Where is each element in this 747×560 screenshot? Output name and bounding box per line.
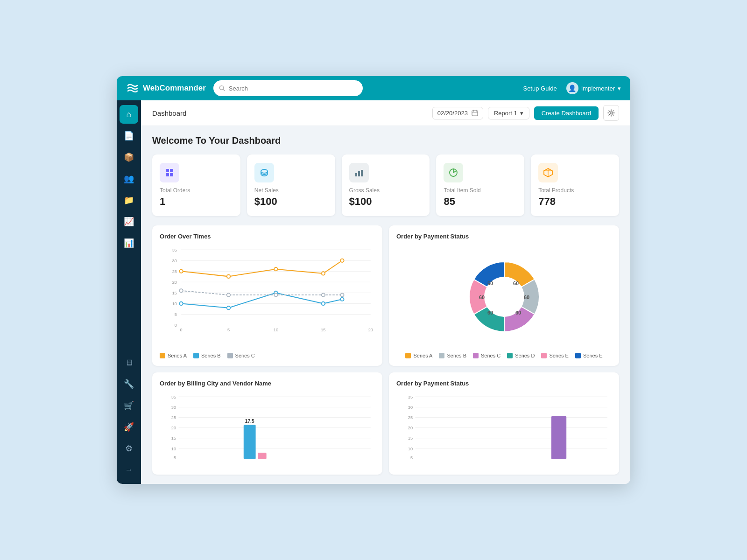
chevron-down-icon: ▾: [520, 110, 523, 117]
main-layout: ⌂ 📄 📦 👥 📁 📈 📊 🖥 🔧 🛒 🚀 ⚙ → Dashboard 02/2…: [117, 100, 630, 484]
sidebar-item-tools[interactable]: 🔧: [120, 375, 138, 393]
svg-text:0: 0: [175, 323, 177, 328]
svg-rect-74: [258, 453, 266, 459]
dashboard-title: Dashboard: [152, 109, 186, 117]
itemsold-label: Total Item Sold: [444, 187, 517, 194]
svg-rect-13: [358, 171, 360, 176]
svg-point-51: [340, 293, 344, 296]
sidebar-item-rocket[interactable]: 🚀: [120, 418, 138, 436]
top-nav: WebCommander Setup Guide 👤 Implementer ▾: [117, 76, 630, 100]
d-b-dot: [439, 353, 444, 358]
search-icon: [219, 85, 225, 91]
svg-point-39: [274, 267, 277, 271]
series-c-label: Series C: [235, 353, 255, 358]
d-c-label: Series C: [481, 353, 500, 358]
series-b-label: Series B: [201, 353, 221, 358]
legend-d-e1: Series E: [541, 353, 569, 358]
sidebar-item-folder[interactable]: 📁: [120, 191, 138, 210]
donut-chart-svg: 60 60 60 60 60 60: [444, 245, 565, 348]
svg-point-46: [340, 298, 344, 301]
svg-text:5: 5: [174, 455, 176, 460]
gear-icon: [607, 109, 615, 117]
logo-icon: [126, 82, 139, 95]
svg-rect-72: [244, 425, 256, 459]
d-a-label: Series A: [413, 353, 432, 358]
svg-text:20: 20: [172, 280, 177, 285]
svg-point-50: [322, 293, 325, 296]
sidebar-item-monitor[interactable]: 🖥: [120, 353, 138, 372]
sidebar-item-cart[interactable]: 🛒: [120, 396, 138, 415]
svg-rect-7: [166, 169, 169, 172]
sidebar-item-bar[interactable]: 📊: [120, 234, 138, 252]
svg-text:25: 25: [408, 415, 413, 420]
svg-text:30: 30: [172, 259, 177, 263]
search-bar[interactable]: [213, 80, 363, 96]
app-window: WebCommander Setup Guide 👤 Implementer ▾…: [117, 76, 630, 484]
donut-chart-legend: Series A Series B Series C: [396, 353, 612, 358]
svg-text:10: 10: [274, 328, 278, 331]
sidebar-item-settings[interactable]: ⚙: [120, 439, 138, 458]
user-name: Implementer: [581, 85, 615, 92]
svg-text:5: 5: [227, 328, 230, 331]
report-select[interactable]: Report 1 ▾: [488, 107, 529, 119]
sidebar-item-home[interactable]: ⌂: [120, 105, 138, 124]
stat-card-grosssales: Gross Sales $100: [342, 154, 430, 216]
svg-text:0: 0: [180, 328, 183, 331]
user-avatar: 👤: [566, 82, 578, 94]
legend-d-d: Series D: [507, 353, 535, 358]
date-picker[interactable]: 02/20/2023: [432, 107, 483, 119]
stat-card-orders: Total Orders 1: [152, 154, 240, 216]
logo-area: WebCommander: [126, 82, 206, 95]
line-chart-legend: Series A Series B Series C: [160, 353, 375, 358]
sidebar-item-box[interactable]: 📦: [120, 148, 138, 167]
svg-text:60: 60: [515, 310, 521, 315]
svg-rect-2: [472, 111, 478, 116]
svg-text:15: 15: [172, 291, 177, 295]
itemsold-value: 85: [444, 196, 517, 208]
products-value: 778: [538, 196, 612, 208]
grosssales-label: Gross Sales: [349, 187, 423, 194]
d-d-label: Series D: [515, 353, 535, 358]
bar-chart1-card: Order by Billing City and Vendor Name 35…: [152, 372, 382, 475]
svg-text:35: 35: [172, 248, 177, 252]
stat-card-netsales: Net Sales $100: [247, 154, 335, 216]
svg-point-42: [179, 302, 183, 305]
line-chart-card: Order Over Times: [152, 225, 382, 366]
svg-text:35: 35: [408, 395, 413, 399]
svg-text:20: 20: [368, 328, 373, 331]
svg-point-48: [227, 293, 230, 296]
line-chart-svg: 35 30 25 20 15 10 5 0 0 5: [160, 245, 375, 331]
date-value: 02/20/2023: [437, 110, 468, 117]
donut-chart-card: Order by Payment Status: [389, 225, 619, 366]
svg-point-38: [227, 275, 230, 278]
sidebar-item-analytics[interactable]: 📈: [120, 212, 138, 231]
sidebar-collapse-button[interactable]: →: [120, 461, 138, 479]
svg-text:5: 5: [410, 455, 413, 460]
svg-text:60: 60: [487, 310, 493, 315]
products-icon: [538, 163, 558, 182]
svg-text:60: 60: [513, 280, 518, 286]
svg-point-41: [340, 259, 344, 262]
donut-chart-title: Order by Payment Status: [396, 233, 612, 240]
series-a-label: Series A: [168, 353, 187, 358]
line-chart-title: Order Over Times: [160, 233, 375, 240]
d-d-dot: [507, 353, 513, 358]
setup-guide-link[interactable]: Setup Guide: [523, 85, 557, 92]
sidebar-item-group[interactable]: 👥: [120, 169, 138, 188]
bar-chart1-area: 35 30 25 20 15 10 5: [160, 392, 375, 467]
sidebar-item-page[interactable]: 📄: [120, 126, 138, 145]
settings-button[interactable]: [603, 105, 619, 121]
svg-point-47: [179, 289, 183, 292]
svg-text:10: 10: [172, 301, 177, 306]
nav-right: Setup Guide 👤 Implementer ▾: [523, 82, 621, 94]
svg-text:35: 35: [171, 395, 176, 399]
svg-text:30: 30: [408, 405, 413, 410]
create-dashboard-button[interactable]: Create Dashboard: [534, 106, 599, 120]
d-e2-dot: [575, 353, 581, 358]
user-area[interactable]: 👤 Implementer ▾: [566, 82, 621, 94]
orders-icon: [160, 163, 179, 182]
search-input[interactable]: [229, 85, 357, 92]
legend-d-e2: Series E: [575, 353, 603, 358]
dashboard-header: Dashboard 02/20/2023 Report 1 ▾: [141, 100, 630, 126]
legend-series-a: Series A: [160, 353, 187, 358]
